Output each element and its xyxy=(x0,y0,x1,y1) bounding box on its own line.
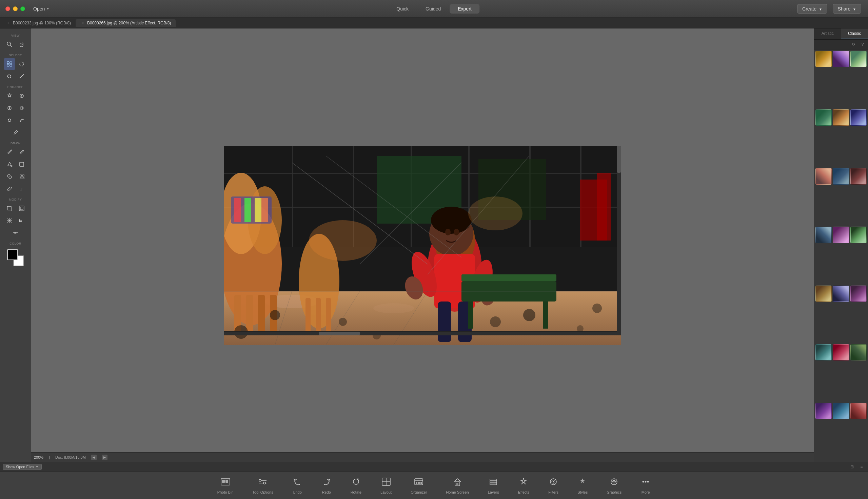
file-tab-2[interactable]: × B0000266.jpg @ 200% (Artistic Effect, … xyxy=(75,19,176,27)
right-panel: Artistic Classic ⟳ ? xyxy=(814,28,868,462)
minimize-button[interactable] xyxy=(13,7,17,11)
effect-thumb-9[interactable] xyxy=(851,168,867,184)
effect-thumb-7[interactable] xyxy=(816,168,832,184)
bin-grid-view-button[interactable]: ≡ xyxy=(858,463,865,471)
zoom-tool[interactable] xyxy=(4,39,15,50)
effect-thumb-20[interactable] xyxy=(833,403,849,419)
effect-thumb-17[interactable] xyxy=(833,344,849,361)
blur-tool[interactable] xyxy=(16,102,27,114)
open-label: Open xyxy=(33,6,45,12)
layers-button[interactable]: Layers xyxy=(478,474,509,497)
effect-thumb-19[interactable] xyxy=(816,403,832,419)
maximize-button[interactable] xyxy=(20,7,25,11)
paint-bucket-tool[interactable] xyxy=(4,159,15,170)
effect-thumb-3[interactable] xyxy=(851,51,867,67)
effect-thumb-13[interactable] xyxy=(816,285,832,302)
close-tab-2-icon[interactable]: × xyxy=(80,21,85,25)
rotate-button[interactable]: Rotate xyxy=(341,474,371,497)
sponge-tool[interactable] xyxy=(4,114,15,126)
close-button[interactable] xyxy=(5,7,10,11)
effect-thumb-21[interactable] xyxy=(851,403,867,419)
more-button[interactable]: More xyxy=(631,474,660,497)
horizontal-scrollbar[interactable] xyxy=(224,331,621,336)
lasso-tool[interactable] xyxy=(4,71,15,82)
organizer-button[interactable]: Organizer xyxy=(401,474,436,497)
undo-label: Undo xyxy=(293,490,302,494)
layout-button[interactable]: Layout xyxy=(371,474,401,497)
transform-tool[interactable] xyxy=(4,215,15,226)
foreground-color-swatch[interactable] xyxy=(7,250,18,260)
bin-list-view-button[interactable]: ⊞ xyxy=(848,463,856,471)
artistic-tab[interactable]: Artistic xyxy=(814,28,841,39)
pencil-tool[interactable] xyxy=(16,146,27,158)
fx-tool[interactable]: fx xyxy=(16,215,27,226)
quick-select-tool[interactable] xyxy=(16,58,27,70)
effect-thumb-4[interactable] xyxy=(816,109,832,126)
photo-bin-button[interactable]: Photo Bin xyxy=(208,474,243,497)
modify-tools-row-3 xyxy=(10,227,21,239)
text-tool[interactable]: T xyxy=(16,183,27,194)
effects-button[interactable]: Effects xyxy=(509,474,539,497)
panel-reset-icon[interactable]: ⟳ xyxy=(851,41,857,48)
close-tab-1-icon[interactable]: × xyxy=(6,21,11,25)
brush-tool[interactable] xyxy=(4,146,15,158)
modify-tools-row-1 xyxy=(4,203,27,214)
effect-thumb-6[interactable] xyxy=(851,109,867,126)
top-right-actions: Create ▼ Share ▼ xyxy=(797,4,861,14)
clone-tool[interactable] xyxy=(4,171,15,182)
show-open-files-dropdown[interactable]: Show Open Files ▼ xyxy=(3,464,42,470)
effect-thumb-11[interactable] xyxy=(833,227,849,243)
graphics-button[interactable]: Graphics xyxy=(597,474,631,497)
spot-heal-tool[interactable] xyxy=(16,90,27,102)
open-button[interactable]: Open ▼ xyxy=(31,5,52,13)
color-swatches[interactable] xyxy=(7,250,24,266)
move-tool[interactable] xyxy=(4,58,15,70)
tool-options-button[interactable]: Tool Options xyxy=(243,474,283,497)
vertical-scrollbar[interactable] xyxy=(617,146,621,336)
effect-thumb-5[interactable] xyxy=(833,109,849,126)
tab-expert[interactable]: Expert xyxy=(450,4,479,14)
effect-thumb-1[interactable] xyxy=(816,51,832,67)
panel-help-icon[interactable]: ? xyxy=(859,41,866,48)
effect-thumb-2[interactable] xyxy=(833,51,849,67)
classic-tab[interactable]: Classic xyxy=(841,28,868,39)
create-button[interactable]: Create ▼ xyxy=(797,4,827,14)
crop-tool[interactable] xyxy=(4,203,15,214)
red-eye-tool[interactable] xyxy=(4,102,15,114)
recompose-tool[interactable] xyxy=(16,203,27,214)
h-scroll-thumb[interactable] xyxy=(319,332,360,336)
enhance-tool[interactable] xyxy=(4,90,15,102)
effect-thumb-10[interactable] xyxy=(816,227,832,243)
shape-tool[interactable] xyxy=(16,159,27,170)
effect-thumb-14[interactable] xyxy=(833,285,849,302)
prev-nav-button[interactable]: ◀ xyxy=(91,455,97,460)
styles-button[interactable]: Styles xyxy=(568,474,597,497)
effect-thumb-15[interactable] xyxy=(851,285,867,302)
home-screen-button[interactable]: Home Screen xyxy=(436,474,478,497)
effect-thumb-12[interactable] xyxy=(851,227,867,243)
straighten-tool[interactable] xyxy=(10,227,21,239)
hand-tool[interactable] xyxy=(16,39,27,50)
tab-quick[interactable]: Quick xyxy=(388,4,417,14)
share-button[interactable]: Share ▼ xyxy=(833,4,861,14)
styles-icon xyxy=(578,477,587,489)
file-tab-1[interactable]: × B0000233.jpg @ 100% (RGB/8) xyxy=(1,19,75,27)
magic-wand-tool[interactable] xyxy=(16,71,27,82)
effect-thumb-16[interactable] xyxy=(816,344,832,361)
eraser-tool[interactable] xyxy=(4,183,15,194)
eyedropper-tool[interactable] xyxy=(10,127,21,138)
svg-point-0 xyxy=(7,42,11,45)
svg-rect-59 xyxy=(258,295,265,336)
svg-point-114 xyxy=(259,479,261,482)
effect-thumb-18[interactable] xyxy=(851,344,867,361)
undo-button[interactable]: Undo xyxy=(283,474,312,497)
redo-button[interactable]: Redo xyxy=(312,474,341,497)
tab-guided[interactable]: Guided xyxy=(417,4,449,14)
jigsaw-tool[interactable] xyxy=(16,171,27,182)
smudge-tool[interactable] xyxy=(16,114,27,126)
draw-tools-row-2 xyxy=(4,159,27,170)
filters-button[interactable]: Filters xyxy=(539,474,568,497)
v-scroll-thumb[interactable] xyxy=(617,146,621,173)
next-nav-button[interactable]: ▶ xyxy=(102,455,107,460)
effect-thumb-8[interactable] xyxy=(833,168,849,184)
